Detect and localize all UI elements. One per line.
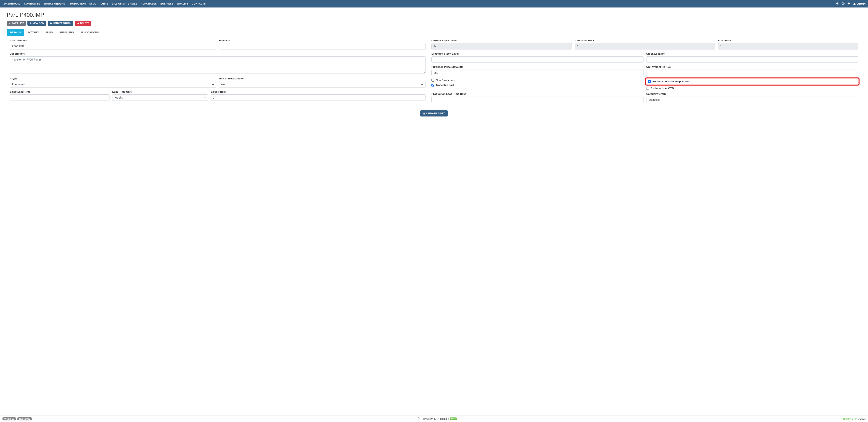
- uom-select[interactable]: each: [219, 81, 426, 88]
- delete-button[interactable]: DELETE: [75, 21, 91, 26]
- trash-icon: [77, 22, 79, 25]
- update-stock-button[interactable]: UPDATE STOCK: [48, 21, 73, 26]
- nav-quality[interactable]: QUALITY: [175, 0, 190, 7]
- nav-production[interactable]: PRODUCTION: [67, 0, 87, 7]
- description-input[interactable]: Impeller for P400 Pump: [10, 56, 426, 74]
- tab-details[interactable]: DETAILS: [7, 29, 24, 36]
- nav-right: ? ADMIN: [836, 2, 866, 5]
- tab-activity[interactable]: ACTIVITY: [24, 29, 42, 36]
- allocated-stock-label: Allocated Stock:: [575, 39, 715, 42]
- prod-lead-input[interactable]: [431, 97, 644, 103]
- uom-label: Unit of Measurement:: [219, 77, 426, 80]
- traceable-checkbox[interactable]: [431, 84, 434, 87]
- svg-rect-2: [50, 23, 51, 24]
- user-icon: [853, 2, 856, 5]
- current-stock-label: Current Stock Level:: [431, 39, 572, 42]
- main-container: Part: P400.IMP PART LIST NEW BOM UPDATE …: [0, 7, 868, 123]
- allocated-stock-input: [575, 43, 715, 50]
- stock-location-input[interactable]: [646, 56, 858, 63]
- purchase-price-input[interactable]: [431, 70, 644, 76]
- help-icon[interactable]: ?: [842, 2, 844, 5]
- save-icon: [423, 112, 426, 115]
- svg-rect-4: [51, 23, 52, 23]
- nav-contacts[interactable]: CONTACTS: [190, 0, 207, 7]
- update-part-button[interactable]: UPDATE PART: [421, 110, 447, 117]
- right-column: Current Stock Level: Allocated Stock: Fr…: [431, 39, 858, 106]
- exclude-otd-checkbox[interactable]: [646, 87, 649, 90]
- nav-business[interactable]: BUSINESS: [159, 0, 175, 7]
- sales-price-input[interactable]: [211, 94, 426, 101]
- nav-works-orders[interactable]: WORKS ORDERS: [42, 0, 66, 7]
- tabs: DETAILS ACTIVITY FILES SUPPLIERS ALLOCAT…: [7, 29, 861, 36]
- boxes-icon: [50, 22, 52, 25]
- non-stock-checkbox[interactable]: [431, 79, 434, 82]
- chevron-left-icon: [9, 22, 11, 25]
- part-number-input[interactable]: [10, 43, 216, 50]
- min-stock-input[interactable]: [431, 56, 644, 63]
- details-panel: * Part Number: Revision: Description: Im…: [7, 36, 861, 122]
- sales-lead-time-input[interactable]: [10, 94, 110, 101]
- revision-label: Revision:: [219, 39, 426, 42]
- current-stock-input: [431, 43, 572, 50]
- tab-files[interactable]: FILES: [42, 29, 56, 36]
- type-select[interactable]: Purchased: [10, 81, 216, 88]
- requires-inspection-checkbox[interactable]: [648, 80, 651, 83]
- nav-bom[interactable]: BILL OF MATERIALS: [110, 0, 139, 7]
- min-stock-label: Minimum Stock Level:: [431, 52, 644, 55]
- free-stock-input: [718, 43, 858, 50]
- sales-lead-time-label: Sales Lead Time:: [10, 90, 110, 93]
- lead-time-unit-label: Lead Time Unit:: [112, 90, 208, 93]
- plus-icon: [29, 22, 32, 25]
- category-select[interactable]: Stainless: [646, 97, 858, 103]
- nav-dashboard[interactable]: DASHBOARD: [2, 0, 22, 7]
- free-stock-label: Free Stock:: [718, 39, 858, 42]
- nav-contracts[interactable]: CONTRACTS: [23, 0, 42, 7]
- plus-icon[interactable]: [836, 2, 839, 5]
- prod-lead-label: Production Lead Time Days:: [431, 92, 644, 95]
- left-column: * Part Number: Revision: Description: Im…: [10, 39, 426, 106]
- new-bom-button[interactable]: NEW BOM: [27, 21, 46, 26]
- exclude-otd-label: Exclude from OTD: [651, 87, 674, 90]
- admin-menu[interactable]: ADMIN: [853, 2, 866, 5]
- description-label: Description:: [10, 52, 426, 55]
- nav-left: DASHBOARD CONTRACTS WORKS ORDERS PRODUCT…: [2, 0, 836, 7]
- nav-sfdc[interactable]: SFDC: [88, 0, 98, 7]
- non-stock-label: Non Stock Item: [436, 79, 455, 82]
- gear-icon[interactable]: [847, 2, 850, 5]
- part-number-label: * Part Number:: [10, 39, 216, 42]
- part-list-button[interactable]: PART LIST: [7, 21, 26, 26]
- action-row: PART LIST NEW BOM UPDATE STOCK DELETE: [7, 21, 861, 26]
- page-title: Part: P400.IMP: [7, 12, 861, 18]
- type-label: * Type:: [10, 77, 216, 80]
- traceable-label: Traceable part: [436, 84, 454, 87]
- top-nav: DASHBOARD CONTRACTS WORKS ORDERS PRODUCT…: [0, 0, 868, 7]
- tab-suppliers[interactable]: SUPPLIERS: [56, 29, 77, 36]
- requires-inspection-label: Requires Inwards Inspection: [652, 80, 689, 83]
- unit-weight-input[interactable]: [646, 70, 858, 76]
- purchase-price-label: Purchase Price (default):: [431, 65, 644, 68]
- admin-label: ADMIN: [857, 2, 866, 5]
- nav-purchases[interactable]: PURCHASES: [139, 0, 158, 7]
- stock-location-label: Stock Location:: [646, 52, 858, 55]
- svg-text:?: ?: [842, 3, 844, 4]
- tab-allocations[interactable]: ALLOCATIONS: [77, 29, 102, 36]
- svg-rect-3: [51, 23, 52, 24]
- lead-time-unit-select[interactable]: Weeks: [112, 94, 208, 101]
- inspection-highlight: Requires Inwards Inspection: [645, 77, 860, 86]
- revision-input[interactable]: [219, 43, 426, 50]
- sales-price-label: Sales Price:: [211, 90, 426, 93]
- category-label: Category/Group:: [646, 92, 858, 95]
- unit-weight-label: Unit Weight (In KG):: [646, 65, 858, 68]
- nav-parts[interactable]: PARTS: [98, 0, 110, 7]
